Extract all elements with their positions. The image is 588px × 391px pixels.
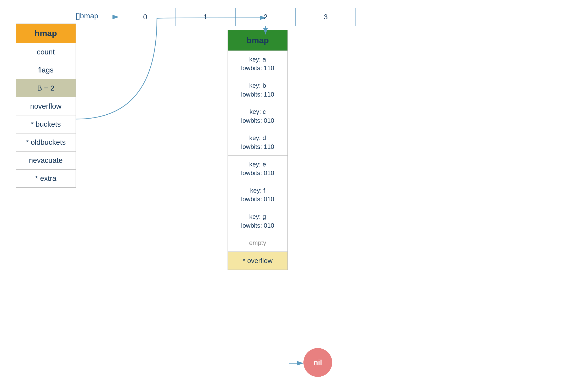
bmap-entry-4: key: elowbits: 010 [228, 156, 287, 182]
hmap-field-extra: * extra [16, 170, 76, 187]
nil-label: nil [314, 358, 322, 367]
hmap-field-noverflow: noverflow [16, 97, 76, 115]
bmap-overflow: * overflow [228, 252, 287, 270]
bmap-entry-6: key: glowbits: 010 [228, 208, 287, 234]
bmap-entry-0: key: alowbits: 110 [228, 51, 287, 77]
hmap-field-buckets: * buckets [16, 115, 76, 133]
bmap-col-0: 0 [115, 8, 175, 26]
bmap-entry-2: key: clowbits: 010 [228, 103, 287, 129]
hmap-field-nevacuate: nevacuate [16, 152, 76, 170]
bmap-array: 0 1 2 3 [115, 8, 356, 26]
bmap-entry-1: key: blowbits: 110 [228, 77, 287, 103]
bmap-col-1: 1 [175, 8, 235, 26]
bmap-entry-5: key: flowbits: 010 [228, 182, 287, 208]
diagram-container: hmap count flags B = 2 noverflow * bucke… [0, 0, 588, 391]
bmap-array-label: []bmap [76, 12, 98, 20]
hmap-field-b: B = 2 [16, 79, 76, 97]
hmap-field-count: count [16, 43, 76, 61]
bmap-empty: empty [228, 234, 287, 252]
arrows-svg [0, 0, 588, 391]
bmap-title: bmap [228, 30, 287, 51]
nil-circle: nil [303, 348, 332, 377]
bmap-entry-3: key: dlowbits: 110 [228, 129, 287, 155]
bmap-col-2: 2 [235, 8, 296, 26]
bmap-col-3: 3 [296, 8, 356, 26]
hmap-field-oldbuckets: * oldbuckets [16, 133, 76, 152]
hmap-field-flags: flags [16, 61, 76, 79]
bmap-struct: bmap key: alowbits: 110 key: blowbits: 1… [228, 30, 288, 270]
hmap-title: hmap [16, 24, 76, 43]
hmap-struct: hmap count flags B = 2 noverflow * bucke… [16, 24, 76, 188]
